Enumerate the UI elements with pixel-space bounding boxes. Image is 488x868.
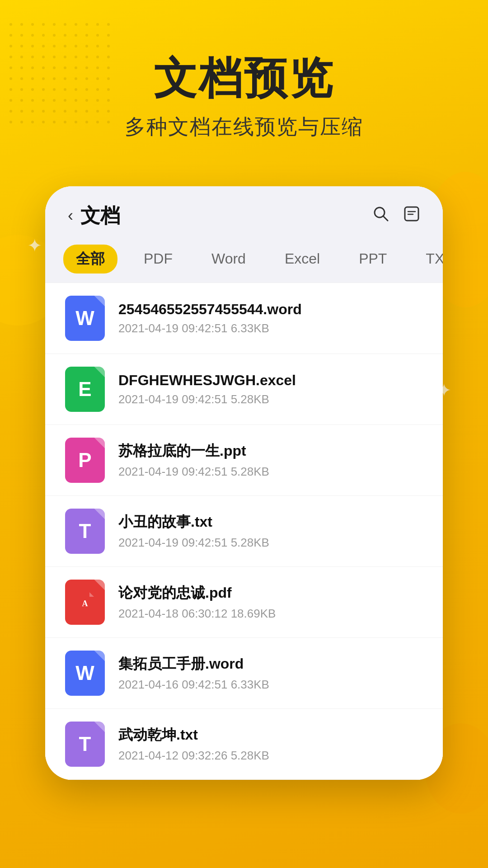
filter-tab-tx[interactable]: TX (413, 246, 443, 272)
file-info: 论对党的忠诚.pdf2021-04-18 06:30:12 18.69KB (118, 583, 423, 621)
excel-file-icon: E (65, 367, 105, 412)
file-name: 论对党的忠诚.pdf (118, 583, 423, 603)
txt-file-icon: T (65, 509, 105, 554)
file-item[interactable]: T武动乾坤.txt2021-04-12 09:32:26 5.28KB (45, 709, 443, 780)
file-meta: 2021-04-18 06:30:12 18.69KB (118, 607, 423, 621)
file-info: DFGHEWHESJWGH.excel2021-04-19 09:42:51 5… (118, 372, 423, 406)
file-item[interactable]: P苏格拉底的一生.ppt2021-04-19 09:42:51 5.28KB (45, 425, 443, 496)
file-name: 小丑的故事.txt (118, 512, 423, 532)
file-name: 集拓员工手册.word (118, 654, 423, 674)
filter-tab-ppt[interactable]: PPT (346, 246, 399, 272)
nav-bar: ‹ 文档 (45, 186, 443, 240)
filter-tab-pdf[interactable]: PDF (131, 246, 185, 272)
file-info: 武动乾坤.txt2021-04-12 09:32:26 5.28KB (118, 725, 423, 763)
file-info: 254546552557455544.word2021-04-19 09:42:… (118, 301, 423, 335)
phone-mockup: ‹ 文档 (45, 186, 443, 780)
background: // Generate dots dynamically inline isn'… (0, 0, 488, 868)
word-file-icon: W (65, 651, 105, 696)
file-name: DFGHEWHESJWGH.excel (118, 372, 423, 389)
filter-tab-word[interactable]: Word (199, 246, 258, 272)
search-icon[interactable] (372, 205, 389, 226)
dot-grid-decoration: // Generate dots dynamically inline isn'… (9, 23, 117, 131)
file-item[interactable]: W集拓员工手册.word2021-04-16 09:42:51 6.33KB (45, 638, 443, 709)
filter-tab-excel[interactable]: Excel (272, 246, 333, 272)
filter-tabs: 全部PDFWordExcelPPTTX (45, 240, 443, 283)
pdf-file-icon: A (65, 580, 105, 625)
edit-icon[interactable] (403, 205, 420, 226)
file-info: 集拓员工手册.word2021-04-16 09:42:51 6.33KB (118, 654, 423, 692)
filter-tab-全部[interactable]: 全部 (63, 245, 117, 274)
file-info: 小丑的故事.txt2021-04-19 09:42:51 5.28KB (118, 512, 423, 550)
file-item[interactable]: T小丑的故事.txt2021-04-19 09:42:51 5.28KB (45, 496, 443, 567)
ppt-file-icon: P (65, 438, 105, 483)
file-name: 武动乾坤.txt (118, 725, 423, 745)
file-meta: 2021-04-19 09:42:51 5.28KB (118, 465, 423, 479)
nav-left: ‹ 文档 (68, 203, 120, 229)
file-item[interactable]: EDFGHEWHESJWGH.excel2021-04-19 09:42:51 … (45, 354, 443, 425)
file-meta: 2021-04-12 09:32:26 5.28KB (118, 749, 423, 763)
sparkle-icon-1: ✦ (27, 235, 42, 256)
nav-right (372, 205, 420, 226)
nav-title: 文档 (80, 203, 120, 229)
svg-line-3 (383, 216, 388, 221)
file-name: 苏格拉底的一生.ppt (118, 441, 423, 461)
file-meta: 2021-04-16 09:42:51 6.33KB (118, 678, 423, 692)
file-name: 254546552557455544.word (118, 301, 423, 318)
word-file-icon: W (65, 296, 105, 341)
file-meta: 2021-04-19 09:42:51 5.28KB (118, 536, 423, 550)
txt-file-icon: T (65, 722, 105, 767)
file-item[interactable]: W254546552557455544.word2021-04-19 09:42… (45, 283, 443, 354)
back-icon[interactable]: ‹ (68, 206, 73, 225)
file-item[interactable]: A 论对党的忠诚.pdf2021-04-18 06:30:12 18.69KB (45, 567, 443, 638)
svg-rect-1 (9, 23, 117, 131)
file-info: 苏格拉底的一生.ppt2021-04-19 09:42:51 5.28KB (118, 441, 423, 479)
svg-text:A: A (82, 599, 88, 608)
file-meta: 2021-04-19 09:42:51 5.28KB (118, 392, 423, 406)
file-meta: 2021-04-19 09:42:51 6.33KB (118, 321, 423, 335)
file-list: W254546552557455544.word2021-04-19 09:42… (45, 283, 443, 780)
